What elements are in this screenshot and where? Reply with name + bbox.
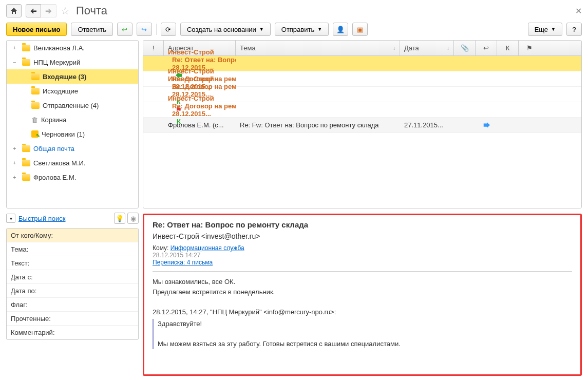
thread-link[interactable]: Переписка: 4 письма [153, 259, 213, 266]
new-mail-button[interactable]: Новое письмо [6, 23, 67, 36]
cell-subject: Re: Договор на ремонт складского помеще.… [168, 83, 236, 90]
preview-body: Мы ознакомились, все ОК. Предлагаем встр… [153, 277, 572, 349]
caret-icon: ▼ [259, 27, 264, 32]
page-title: Почта [76, 4, 107, 17]
col-date[interactable]: Дата↓ [400, 41, 454, 55]
quick-search-row: ▾ Быстрый поиск 💡 ◉ [6, 211, 139, 226]
forward-button: 🡪 [41, 4, 56, 17]
forward-out-icon: 🡆 [483, 121, 490, 129]
caret-icon: ▼ [317, 27, 322, 32]
expand-icon[interactable]: − [13, 59, 19, 65]
reply-icon: ↩ [483, 44, 489, 52]
trash-icon: 🗑 [31, 116, 38, 124]
expand-icon[interactable]: + [13, 160, 19, 166]
cell-subject: Re: Ответ на: Вопрос по ремонту склада [168, 56, 236, 64]
filter-row[interactable]: Комментарий: [7, 326, 138, 339]
favorite-star-icon[interactable]: ☆ [61, 5, 70, 17]
folder-icon [22, 174, 30, 181]
mail-grid: ! Адресат Тема↓ Дата↓ 📎 ↩ К ⚑ Инвест-Стр… [143, 40, 582, 208]
address-book-button[interactable]: ▣ [352, 23, 368, 36]
divider [156, 24, 157, 35]
col-subject[interactable]: Тема↓ [236, 41, 400, 55]
arrow-right-icon: 🡪 [45, 7, 52, 15]
sort-icon: ↓ [447, 45, 449, 51]
send-button[interactable]: Отправить▼ [275, 23, 329, 36]
tree-item[interactable]: Черновики (1) [7, 127, 138, 141]
more-button[interactable]: Еще▼ [528, 23, 562, 36]
quick-search-link[interactable]: Быстрый поиск [18, 215, 66, 222]
filter-row[interactable]: От кого/Кому: [7, 229, 138, 242]
tree-item[interactable]: +Фролова Е.М. [7, 170, 138, 184]
preview-datetime: 28.12.2015 14:27 [153, 252, 200, 259]
draft-icon [31, 130, 39, 138]
folder-icon [22, 45, 30, 51]
home-button[interactable] [6, 4, 22, 17]
globe-icon-button[interactable]: ◉ [127, 213, 139, 224]
sort-icon: ↓ [393, 45, 395, 51]
expand-icon[interactable]: + [13, 174, 19, 180]
reply-all-button[interactable]: ↩ [117, 23, 132, 36]
titlebar: 🡨 🡪 ☆ Почта ✕ [6, 4, 582, 17]
filter-row[interactable]: Флаг: [7, 298, 138, 312]
col-flag[interactable]: ⚑ [519, 41, 540, 55]
refresh-button[interactable]: ⟳ [161, 23, 176, 36]
filter-row[interactable]: Дата с: [7, 270, 138, 284]
close-button[interactable]: ✕ [575, 6, 582, 16]
to-link[interactable]: Информационная служба [170, 244, 244, 252]
filter-row[interactable]: Прочтенные: [7, 312, 138, 326]
col-addressee[interactable]: Адресат [164, 41, 236, 55]
tree-label: Фролова Е.М. [33, 174, 76, 181]
folder-icon [31, 102, 40, 109]
preview-scroll[interactable]: Re: Ответ на: Вопрос по ремонту склада И… [145, 216, 579, 373]
col-direction[interactable]: ↩ [476, 41, 497, 55]
expand-icon[interactable]: + [13, 45, 19, 51]
contact-icon: 👤 [336, 26, 345, 33]
reply-all-icon: ↩ [122, 26, 127, 33]
cell-date: 28.12.2015... [168, 110, 222, 118]
forward-mail-button[interactable]: ↪ [137, 23, 152, 36]
tree-label: Отправленные (4) [43, 102, 99, 109]
tree-item[interactable]: Отправленные (4) [7, 98, 138, 112]
bulb-icon-button[interactable]: 💡 [114, 213, 125, 224]
tree-item[interactable]: Входящие (3) [7, 69, 138, 84]
filter-row[interactable]: Тема: [7, 242, 138, 256]
tree-label: Исходящие [43, 87, 78, 95]
col-attach[interactable]: 📎 [454, 41, 476, 55]
help-button[interactable]: ? [566, 23, 582, 36]
arrow-left-icon: 🡨 [30, 7, 37, 15]
tree-label: Черновики (1) [42, 130, 85, 138]
tree-item[interactable]: Исходящие [7, 84, 138, 98]
cell-subject: Re: Fw: Ответ на: Вопрос по ремонту скла… [236, 121, 400, 129]
contact-button[interactable]: 👤 [333, 23, 348, 36]
to-label: Кому: [153, 244, 168, 252]
tree-item[interactable]: +Светлакова М.И. [7, 156, 138, 170]
flag-icon: ⚑ [526, 44, 533, 52]
globe-icon: ◉ [130, 215, 136, 222]
tree-item[interactable]: 🗑Корзина [7, 112, 138, 127]
tree-item[interactable]: −НПЦ Меркурий [7, 55, 138, 69]
create-based-button[interactable]: Создать на основании▼ [180, 23, 271, 36]
filter-row[interactable]: Текст: [7, 256, 138, 270]
grid-header: ! Адресат Тема↓ Дата↓ 📎 ↩ К ⚑ [143, 41, 581, 56]
tree-item[interactable]: +Общая почта [7, 141, 138, 156]
tree-label: Входящие (3) [43, 73, 86, 81]
forward-icon: ↪ [141, 26, 147, 33]
mail-row[interactable]: Инвест-Строй Re: Договор на ремонт склад… [143, 102, 581, 118]
reply-button[interactable]: Ответить [71, 23, 113, 36]
tree-label: Корзина [41, 116, 67, 124]
divider [153, 271, 572, 272]
preview-from: Инвест-Строй <invest@other.ru> [153, 232, 572, 240]
tree-item[interactable]: +Великанова Л.А. [7, 41, 138, 55]
filter-row[interactable]: Дата по: [7, 284, 138, 298]
bulb-icon: 💡 [116, 215, 124, 222]
expand-icon[interactable]: + [13, 145, 19, 151]
book-icon: ▣ [357, 26, 363, 33]
preview-subject: Re: Ответ на: Вопрос по ремонту склада [153, 220, 572, 229]
quick-search-toggle[interactable]: ▾ [6, 214, 15, 223]
folder-icon [22, 145, 30, 152]
back-button[interactable]: 🡨 [26, 4, 41, 17]
col-k[interactable]: К [497, 41, 519, 55]
tree-label[interactable]: Общая почта [33, 145, 74, 153]
col-priority[interactable]: ! [143, 41, 164, 55]
help-icon: ? [572, 26, 576, 33]
